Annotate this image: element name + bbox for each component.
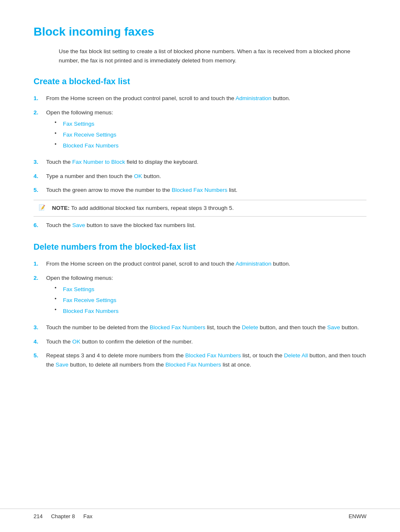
bullet-item: ● Blocked Fax Numbers (55, 141, 366, 150)
note-label: NOTE: (52, 205, 70, 211)
step-number: 6. (34, 221, 46, 230)
footer-right: ENWW (348, 513, 366, 519)
footer: 214 Chapter 8 Fax ENWW (0, 509, 400, 519)
bullet-item: ● Blocked Fax Numbers (55, 307, 366, 316)
section2-title: Delete numbers from the blocked-fax list (34, 242, 366, 252)
step-number: 1. (34, 94, 46, 103)
bullet-item: ● Fax Settings (55, 119, 366, 129)
section-create-blocked-fax-list: Create a blocked-fax list 1. From the Ho… (34, 77, 366, 230)
intro-text: Use the fax block list setting to create… (59, 47, 366, 65)
ok-link-1[interactable]: OK (134, 173, 142, 179)
page-title: Block incoming faxes (34, 25, 366, 39)
step-1-4: 4. Type a number and then touch the OK b… (34, 172, 366, 181)
bullet-dot: ● (55, 120, 59, 125)
bullet-dot: ● (55, 307, 59, 312)
section1-steps: 1. From the Home screen on the product c… (34, 94, 366, 195)
step-2-2: 2. Open the following menus: ● Fax Setti… (34, 274, 366, 318)
save-link-2[interactable]: Save (327, 324, 340, 331)
blocked-fax-numbers-link-1[interactable]: Blocked Fax Numbers (63, 141, 119, 150)
section1-steps-continued: 6. Touch the Save button to save the blo… (34, 221, 366, 230)
administration-link-2[interactable]: Administration (236, 261, 272, 267)
blocked-fax-numbers-link-4[interactable]: Blocked Fax Numbers (150, 324, 205, 331)
bullet-dot: ● (55, 296, 59, 302)
step-content: From the Home screen on the product cont… (46, 94, 366, 103)
step-2-1: 1. From the Home screen on the product c… (34, 259, 366, 269)
step-content: Touch the green arrow to move the number… (46, 186, 366, 195)
step-2-3: 3. Touch the number to be deleted from t… (34, 323, 366, 332)
fax-receive-settings-link-2[interactable]: Fax Receive Settings (63, 296, 117, 305)
bullet-item: ● Fax Settings (55, 285, 366, 294)
step-content: Type a number and then touch the OK butt… (46, 172, 366, 181)
blocked-fax-numbers-link-2[interactable]: Blocked Fax Numbers (171, 187, 227, 193)
blocked-fax-numbers-link-3[interactable]: Blocked Fax Numbers (63, 307, 119, 316)
step-1-3: 3. Touch the Fax Number to Block field t… (34, 158, 366, 167)
step-number: 4. (34, 172, 46, 181)
delete-all-link[interactable]: Delete All (284, 352, 308, 359)
step-content: From the Home screen on the product cont… (46, 259, 366, 269)
fax-settings-link-1[interactable]: Fax Settings (63, 119, 94, 129)
section-delete-numbers: Delete numbers from the blocked-fax list… (34, 242, 366, 369)
step-content: Touch the OK button to confirm the delet… (46, 337, 366, 346)
footer-left: 214 Chapter 8 Fax (34, 513, 92, 519)
note-box: 📝 NOTE: To add additional blocked fax nu… (34, 200, 366, 217)
save-link-3[interactable]: Save (56, 362, 69, 368)
bullet-dot: ● (55, 142, 59, 147)
step-number: 4. (34, 337, 46, 346)
footer-page-number: 214 (34, 513, 43, 519)
step-number: 3. (34, 323, 46, 332)
fax-number-to-block-link[interactable]: Fax Number to Block (72, 159, 125, 165)
blocked-fax-numbers-link-6[interactable]: Blocked Fax Numbers (165, 362, 221, 368)
bullet-dot: ● (55, 131, 59, 136)
note-content: To add additional blocked fax numbers, r… (71, 205, 234, 211)
save-link-1[interactable]: Save (72, 222, 85, 228)
step-1-1: 1. From the Home screen on the product c… (34, 94, 366, 103)
step-number: 2. (34, 108, 46, 152)
step-content: Touch the number to be deleted from the … (46, 323, 366, 332)
bullet-item: ● Fax Receive Settings (55, 296, 366, 305)
step-number: 1. (34, 259, 46, 269)
blocked-fax-numbers-link-5[interactable]: Blocked Fax Numbers (185, 352, 241, 359)
footer-chapter: Chapter 8 (51, 513, 75, 519)
step-1-6: 6. Touch the Save button to save the blo… (34, 221, 366, 230)
step-content: Repeat steps 3 and 4 to delete more numb… (46, 351, 366, 369)
step-number: 5. (34, 351, 46, 369)
delete-link-1[interactable]: Delete (242, 324, 258, 331)
section1-title: Create a blocked-fax list (34, 77, 366, 86)
bullet-dot: ● (55, 285, 59, 291)
step-1-2: 2. Open the following menus: ● Fax Setti… (34, 108, 366, 152)
menu-list-2: ● Fax Settings ● Fax Receive Settings ● … (55, 285, 366, 315)
step-number: 2. (34, 274, 46, 318)
page: Block incoming faxes Use the fax block l… (0, 0, 400, 532)
step-number: 5. (34, 186, 46, 195)
step-content: Touch the Fax Number to Block field to d… (46, 158, 366, 167)
step-content: Open the following menus: ● Fax Settings… (46, 108, 366, 152)
note-text: NOTE: To add additional blocked fax numb… (52, 204, 234, 213)
step-1-5: 5. Touch the green arrow to move the num… (34, 186, 366, 195)
footer-section: Fax (83, 513, 93, 519)
section2-steps: 1. From the Home screen on the product c… (34, 259, 366, 369)
step-number: 3. (34, 158, 46, 167)
ok-link-2[interactable]: OK (72, 338, 81, 345)
bullet-item: ● Fax Receive Settings (55, 130, 366, 139)
step-content: Touch the Save button to save the blocke… (46, 221, 366, 230)
step-content: Open the following menus: ● Fax Settings… (46, 274, 366, 318)
step-2-5: 5. Repeat steps 3 and 4 to delete more n… (34, 351, 366, 369)
step-2-4: 4. Touch the OK button to confirm the de… (34, 337, 366, 346)
administration-link-1[interactable]: Administration (236, 95, 272, 101)
fax-settings-link-2[interactable]: Fax Settings (63, 285, 94, 294)
note-icon: 📝 (39, 204, 49, 212)
menu-list-1: ● Fax Settings ● Fax Receive Settings ● … (55, 119, 366, 150)
fax-receive-settings-link-1[interactable]: Fax Receive Settings (63, 130, 117, 139)
